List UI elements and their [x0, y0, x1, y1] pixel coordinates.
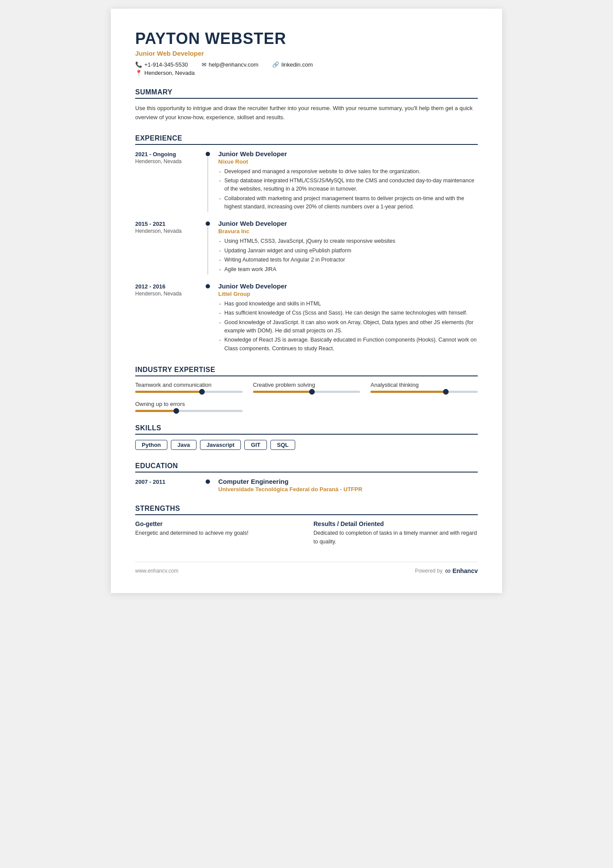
strength-item: Go-getter Energetic and determined to ac…	[135, 520, 300, 546]
location-icon: 📍	[135, 70, 142, 76]
edu-school: Universidade Tecnológica Federal do Para…	[218, 486, 478, 493]
exp-company: Nixue Root	[218, 158, 478, 165]
exp-line	[207, 157, 208, 212]
exp-dot-line	[203, 282, 213, 354]
expertise-item: Creative problem solving	[253, 382, 360, 393]
edu-dot-line	[203, 478, 213, 493]
contact-row-2: 📍 Henderson, Nevada	[135, 70, 478, 76]
skills-row: PythonJavaJavascriptGITSQL	[135, 440, 478, 450]
linkedin-contact: 🔗 linkedin.com	[272, 61, 313, 68]
expertise-item: Teamwork and communication	[135, 382, 243, 393]
exp-job-title: Junior Web Developer	[218, 150, 478, 158]
strength-desc: Dedicated to completion of tasks in a ti…	[313, 529, 478, 546]
expertise-bar-dot	[309, 389, 315, 395]
exp-left: 2012 - 2016 Henderson, Nevada	[135, 282, 203, 354]
list-item: Has good knowledge and skills in HTML	[218, 300, 478, 308]
candidate-name: PAYTON WEBSTER	[135, 30, 478, 48]
expertise-section: INDUSTRY EXPERTISE Teamwork and communic…	[135, 366, 478, 412]
exp-company: Littel Group	[218, 291, 478, 297]
summary-text: Use this opportunity to intrigue and dra…	[135, 104, 478, 122]
exp-dot-line	[203, 220, 213, 275]
education-entry: 2007 - 2011 Computer Engineering Univers…	[135, 478, 478, 493]
expertise-bar-dot	[173, 408, 179, 414]
summary-section: SUMMARY Use this opportunity to intrigue…	[135, 88, 478, 122]
expertise-bar-fill	[370, 391, 446, 393]
candidate-title: Junior Web Developer	[135, 50, 478, 57]
strengths-section: STRENGTHS Go-getter Energetic and determ…	[135, 505, 478, 546]
exp-right: Junior Web Developer Bravura Inc Using H…	[213, 220, 478, 275]
list-item: Good knowledge of JavaScript. It can als…	[218, 318, 478, 335]
enhancv-logo-icon: ∞	[445, 566, 450, 576]
phone-value: +1-914-345-5530	[144, 61, 188, 68]
edu-right: Computer Engineering Universidade Tecnol…	[213, 478, 478, 493]
footer-brand: Enhancv	[453, 567, 478, 574]
education-title: EDUCATION	[135, 462, 478, 473]
experience-section: EXPERIENCE 2021 - Ongoing Henderson, Nev…	[135, 134, 478, 354]
strength-desc: Energetic and determined to achieve my g…	[135, 529, 300, 537]
strength-title: Go-getter	[135, 520, 300, 527]
list-item: Has sufficient knowledge of Css (Scss an…	[218, 309, 478, 317]
exp-dot	[206, 284, 210, 288]
strengths-title: STRENGTHS	[135, 505, 478, 515]
phone-icon: 📞	[135, 61, 142, 68]
education-section: EDUCATION 2007 - 2011 Computer Engineeri…	[135, 462, 478, 493]
list-item: Writing Automated tests for Angular 2 in…	[218, 256, 478, 264]
exp-company: Bravura Inc	[218, 228, 478, 235]
edu-date: 2007 - 2011	[135, 479, 203, 485]
exp-job-title: Junior Web Developer	[218, 220, 478, 227]
list-item: Collaborated with marketing and project …	[218, 194, 478, 211]
exp-bullets: Has good knowledge and skills in HTMLHas…	[218, 300, 478, 353]
list-item: Updating Janrain widget and using ePubli…	[218, 247, 478, 255]
footer-powered-by: Powered by ∞ Enhancv	[415, 566, 478, 576]
list-item: Knowledge of React JS is average. Basica…	[218, 336, 478, 353]
list-item: Agile team work JIRA	[218, 265, 478, 274]
exp-left: 2015 - 2021 Henderson, Nevada	[135, 220, 203, 275]
exp-line	[207, 227, 208, 275]
list-item: Setup database integrated HTML/CSS/JS/My…	[218, 177, 478, 194]
strength-item: Results / Detail Oriented Dedicated to c…	[313, 520, 478, 546]
footer: www.enhancv.com Powered by ∞ Enhancv	[135, 562, 478, 576]
exp-location: Henderson, Nevada	[135, 291, 203, 297]
linkedin-value: linkedin.com	[281, 61, 313, 68]
expertise-label: Owning up to errors	[135, 401, 243, 407]
skill-tag: GIT	[244, 440, 267, 450]
edu-left: 2007 - 2011	[135, 478, 203, 493]
edu-degree: Computer Engineering	[218, 478, 478, 485]
exp-dot	[206, 152, 210, 156]
linkedin-icon: 🔗	[272, 61, 279, 68]
email-value: help@enhancv.com	[209, 61, 258, 68]
exp-right: Junior Web Developer Littel Group Has go…	[213, 282, 478, 354]
expertise-bar-track	[135, 391, 243, 393]
expertise-item: Analystical thinking	[370, 382, 478, 393]
exp-date: 2021 - Ongoing	[135, 151, 203, 158]
list-item: Using HTML5, CSS3, JavaScript, jQuery to…	[218, 237, 478, 245]
exp-right: Junior Web Developer Nixue Root Develope…	[213, 150, 478, 212]
expertise-bar-dot	[443, 389, 449, 395]
skill-tag: SQL	[270, 440, 295, 450]
email-icon: ✉	[202, 61, 207, 68]
expertise-label: Analystical thinking	[370, 382, 478, 388]
exp-bullets: Developed and managed a responsive websi…	[218, 168, 478, 211]
expertise-bar-fill	[135, 391, 202, 393]
expertise-item: Owning up to errors	[135, 401, 243, 412]
expertise-bar-fill	[253, 391, 312, 393]
experience-entry: 2021 - Ongoing Henderson, Nevada Junior …	[135, 150, 478, 212]
phone-contact: 📞 +1-914-345-5530	[135, 61, 188, 68]
list-item: Developed and managed a responsive websi…	[218, 168, 478, 176]
summary-title: SUMMARY	[135, 88, 478, 99]
skill-tag: Java	[171, 440, 197, 450]
exp-job-title: Junior Web Developer	[218, 282, 478, 290]
expertise-bar-track	[253, 391, 360, 393]
location-contact: 📍 Henderson, Nevada	[135, 70, 195, 76]
experience-entry: 2012 - 2016 Henderson, Nevada Junior Web…	[135, 282, 478, 354]
header: PAYTON WEBSTER Junior Web Developer 📞 +1…	[135, 30, 478, 76]
exp-dot	[206, 221, 210, 226]
skill-tag: Javascript	[200, 440, 241, 450]
expertise-label: Teamwork and communication	[135, 382, 243, 388]
powered-by-label: Powered by	[415, 568, 442, 574]
strengths-grid: Go-getter Energetic and determined to ac…	[135, 520, 478, 546]
exp-date: 2015 - 2021	[135, 221, 203, 227]
footer-url: www.enhancv.com	[135, 568, 178, 574]
exp-location: Henderson, Nevada	[135, 158, 203, 164]
location-value: Henderson, Nevada	[144, 70, 195, 76]
